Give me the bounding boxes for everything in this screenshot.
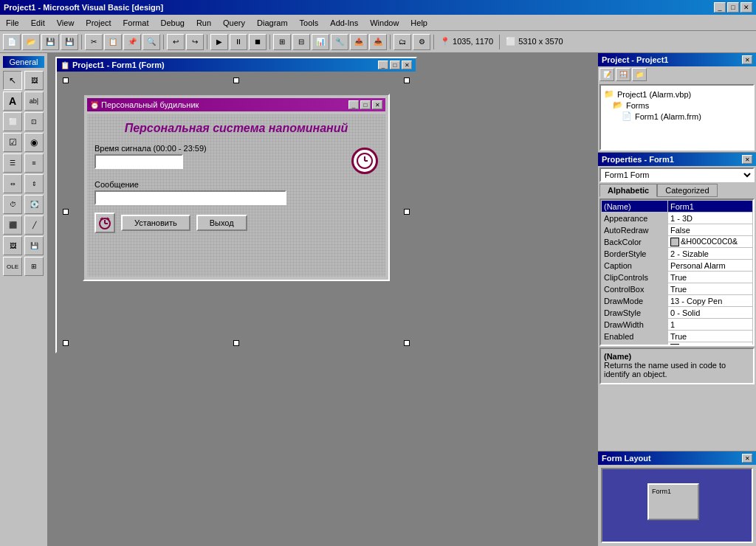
menu-file[interactable]: File [0,17,25,29]
tab-categorized[interactable]: Categorized [657,184,717,197]
tool-combo[interactable]: ☰ [3,153,22,173]
maximize-button[interactable]: □ [727,2,739,13]
inner-maximize[interactable]: □ [360,100,371,109]
tool-vscroll[interactable]: ⇕ [24,174,44,193]
tb-find[interactable]: 🔍 [142,34,160,50]
tool-picture[interactable]: 🖼 [24,71,44,90]
prop-row-enabled[interactable]: Enabled True [602,331,753,342]
tb-paste[interactable]: 📌 [123,34,141,50]
menu-edit[interactable]: Edit [25,17,51,29]
layout-close-button[interactable]: ✕ [742,454,752,463]
form1-item[interactable]: 📄 Form1 (Alarm.frm) [622,111,750,122]
tb-stop[interactable]: ⏹ [249,34,267,50]
tool-frame[interactable]: ⬜ [3,112,22,131]
menu-debug[interactable]: Debug [154,17,190,29]
project-close-button[interactable]: ✕ [742,55,752,64]
tb-menu3[interactable]: 📊 [312,34,329,50]
project-view-code[interactable]: 📝 [599,68,614,81]
tool-shape[interactable]: ⬛ [3,215,22,235]
prop-row-autoredraw[interactable]: AutoRedraw False [602,224,753,236]
properties-close-button[interactable]: ✕ [742,155,752,164]
time-input[interactable] [94,154,183,169]
prop-row-drawmode[interactable]: DrawMode 13 - Copy Pen [602,295,753,307]
exit-button[interactable]: Выход [196,215,247,231]
tb-run[interactable]: ▶ [210,34,228,50]
minimize-button[interactable]: _ [714,2,726,13]
properties-select[interactable]: Form1 Form [599,167,755,182]
alarm-icon-button[interactable] [94,212,115,233]
tb-cut[interactable]: ✂ [85,34,103,50]
prop-row-drawwidth[interactable]: DrawWidth 1 [602,319,753,331]
prop-row-backcolor[interactable]: BackColor &H00C0C0C0& [602,236,753,248]
menu-run[interactable]: Run [190,17,217,29]
tool-checkbox[interactable]: ☑ [3,133,22,152]
tb-save[interactable]: 💾 [41,34,59,50]
prop-row-name[interactable]: (Name) Form1 [602,201,753,212]
tool-list[interactable]: ≡ [24,153,44,173]
handle-bl[interactable] [63,340,69,346]
tool-extra[interactable]: ⊞ [24,257,44,276]
menu-view[interactable]: View [51,17,80,29]
tool-label[interactable]: A [3,91,22,111]
prop-row-clipcontrols[interactable]: ClipControls True [602,272,753,283]
vb-maximize-button[interactable]: □ [390,61,400,69]
menu-tools[interactable]: Tools [294,17,325,29]
tb-menu1[interactable]: ⊞ [273,34,291,50]
handle-ml[interactable] [63,209,69,215]
vb-close-button[interactable]: ✕ [402,61,412,69]
message-input[interactable] [94,190,286,205]
tab-alphabetic[interactable]: Alphabetic [599,184,657,197]
inner-minimize[interactable]: _ [348,100,359,109]
tool-pointer[interactable]: ↖ [3,71,22,90]
properties-object-dropdown[interactable]: Form1 Form [599,167,755,182]
tb-undo[interactable]: ↩ [167,34,185,50]
tb-save2[interactable]: 💾 [61,34,78,50]
prop-row-borderstyle[interactable]: BorderStyle 2 - Sizable [602,248,753,260]
vb-minimize-button[interactable]: _ [378,61,388,69]
tool-image[interactable]: 🖼 [3,236,22,255]
tool-radio[interactable]: ◉ [24,133,44,152]
tool-data[interactable]: 💾 [24,236,44,255]
tb-new[interactable]: 📄 [3,34,21,50]
handle-tr[interactable] [404,77,410,83]
tb-menu5[interactable]: 📤 [350,34,368,50]
menu-project[interactable]: Project [80,17,117,29]
design-area[interactable]: 📋 Project1 - Form1 (Form) _ □ ✕ [48,53,597,546]
tool-hscroll[interactable]: ⇔ [3,174,22,193]
tb-menu4[interactable]: 🔧 [331,34,348,50]
tb-open[interactable]: 📂 [22,34,40,50]
handle-tl[interactable] [63,77,69,83]
handle-br[interactable] [404,340,410,346]
tb-prop1[interactable]: 🗂 [394,34,411,50]
tb-menu6[interactable]: 📥 [369,34,387,50]
project-toggle[interactable]: 📁 [632,68,647,81]
tb-menu2[interactable]: ⊟ [292,34,310,50]
tool-drive[interactable]: 💽 [24,195,44,214]
handle-tc[interactable] [233,77,239,83]
menu-format[interactable]: Format [117,17,155,29]
close-button[interactable]: ✕ [740,2,752,13]
tool-timer[interactable]: ⏱ [3,195,22,214]
set-button[interactable]: Установить [121,215,190,231]
layout-form[interactable]: Form1 [647,483,699,520]
tb-pause[interactable]: ⏸ [230,34,247,50]
prop-row-fillcolor[interactable]: FillColor &H00000000& [602,342,753,346]
tb-redo[interactable]: ↪ [186,34,204,50]
inner-close[interactable]: ✕ [372,100,382,109]
menu-diagram[interactable]: Diagram [251,17,294,29]
tool-ole[interactable]: OLE [3,257,22,276]
prop-row-caption[interactable]: Caption Personal Alarm [602,260,753,272]
menu-query[interactable]: Query [217,17,251,29]
menu-addins[interactable]: Add-Ins [324,17,364,29]
prop-row-controlbox[interactable]: ControlBox True [602,283,753,295]
tb-prop2[interactable]: ⚙ [413,34,430,50]
project-view-form[interactable]: 🪟 [616,68,630,81]
tool-line[interactable]: ╱ [24,215,44,235]
tb-copy[interactable]: 📋 [104,34,122,50]
prop-row-drawstyle[interactable]: DrawStyle 0 - Solid [602,307,753,319]
tool-textbox[interactable]: ab| [24,91,44,111]
tool-button[interactable]: ⊡ [24,112,44,131]
project-root[interactable]: 📁 Project1 (Alarm.vbp) [604,89,750,100]
menu-help[interactable]: Help [405,17,433,29]
menu-window[interactable]: Window [364,17,405,29]
